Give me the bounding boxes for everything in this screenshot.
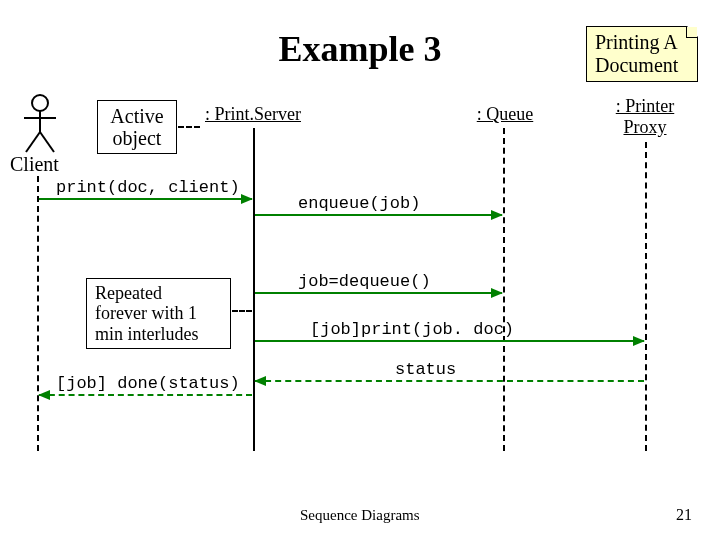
msg-label-print: print(doc, client) <box>56 178 240 197</box>
note-repeated: Repeated forever with 1 min interludes <box>86 278 231 349</box>
lifeline-printerproxy <box>645 142 647 451</box>
msg-enqueue <box>255 214 502 216</box>
anchor-active-object <box>178 126 200 128</box>
lifeline-label-queue: : Queue <box>465 104 545 125</box>
svg-point-0 <box>32 95 48 111</box>
msg-dequeue <box>255 292 502 294</box>
lifeline-client <box>37 176 39 451</box>
msg-label-done: [job] done(status) <box>56 374 240 393</box>
client-label: Client <box>10 153 59 176</box>
msg-print <box>39 198 252 200</box>
page-number: 21 <box>676 506 692 524</box>
anchor-repeated <box>232 310 252 312</box>
lifeline-queue <box>503 128 505 451</box>
lifeline-label-printerproxy: : Printer Proxy <box>605 96 685 138</box>
msg-label-enqueue: enqueue(job) <box>298 194 420 213</box>
footer-label: Sequence Diagrams <box>300 507 420 524</box>
msg-status <box>255 380 644 382</box>
msg-label-status: status <box>395 360 456 379</box>
lifeline-printserver <box>253 128 255 451</box>
note-printing-document: Printing A Document <box>586 26 698 82</box>
svg-line-3 <box>26 132 40 152</box>
lifeline-label-printserver: : Print.Server <box>198 104 308 125</box>
svg-line-4 <box>40 132 54 152</box>
msg-label-printjob: [job]print(job. doc) <box>310 320 514 339</box>
msg-printjob <box>255 340 644 342</box>
msg-label-dequeue: job=dequeue() <box>298 272 431 291</box>
note-active-object: Active object <box>97 100 177 154</box>
msg-done <box>39 394 252 396</box>
client-actor-icon <box>20 94 60 154</box>
